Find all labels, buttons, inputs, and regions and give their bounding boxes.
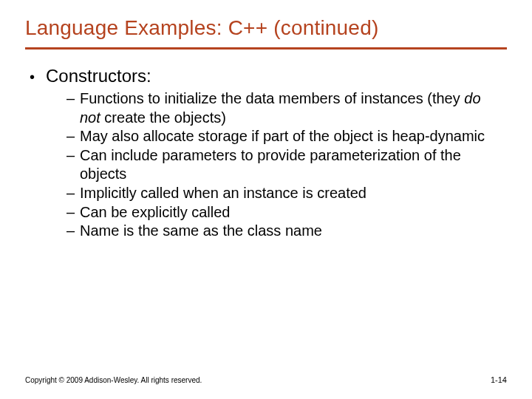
list-item: May also allocate storage if part of the… xyxy=(66,127,494,146)
title-rule xyxy=(25,47,507,50)
list-item: Name is the same as the class name xyxy=(66,222,494,241)
slide: Language Examples: C++ (continued) Const… xyxy=(0,0,532,399)
footer-copyright: Copyright © 2009 Addison-Wesley. All rig… xyxy=(25,376,202,384)
footer-page-number: 1-14 xyxy=(491,375,507,384)
list-item: Can include parameters to provide parame… xyxy=(66,146,494,184)
text-fragment: Functions to initialize the data members… xyxy=(80,90,464,106)
list-item: Implicitly called when an instance is cr… xyxy=(66,184,494,203)
bullet-list-level1: Constructors: Functions to initialize th… xyxy=(25,66,507,241)
list-item: Functions to initialize the data members… xyxy=(66,89,494,127)
text-fragment: create the objects) xyxy=(100,109,226,126)
slide-title: Language Examples: C++ (continued) xyxy=(25,16,507,40)
list-item: Can be explicitly called xyxy=(66,203,494,222)
list-item: Constructors: Functions to initialize th… xyxy=(30,66,507,241)
list-heading: Constructors: xyxy=(46,66,151,86)
bullet-list-level2: Functions to initialize the data members… xyxy=(46,89,507,241)
